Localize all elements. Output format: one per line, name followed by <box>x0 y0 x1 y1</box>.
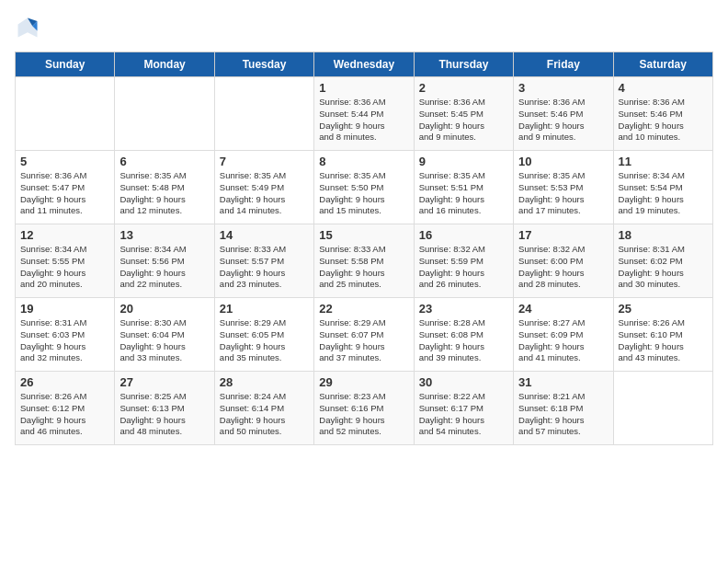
calendar-cell: 9Sunrise: 8:35 AM Sunset: 5:51 PM Daylig… <box>414 151 513 224</box>
calendar-table: SundayMondayTuesdayWednesdayThursdayFrid… <box>15 52 713 445</box>
cell-info: Sunrise: 8:26 AM Sunset: 6:10 PM Dayligh… <box>619 317 708 364</box>
cell-info: Sunrise: 8:36 AM Sunset: 5:46 PM Dayligh… <box>518 97 608 144</box>
calendar-cell <box>214 77 313 151</box>
calendar-cell: 19Sunrise: 8:31 AM Sunset: 6:03 PM Dayli… <box>16 298 115 372</box>
calendar-cell: 7Sunrise: 8:35 AM Sunset: 5:49 PM Daylig… <box>214 151 313 224</box>
day-number: 3 <box>518 81 608 95</box>
day-number: 8 <box>319 155 408 168</box>
cell-info: Sunrise: 8:36 AM Sunset: 5:44 PM Dayligh… <box>319 97 408 144</box>
calendar-cell: 17Sunrise: 8:32 AM Sunset: 6:00 PM Dayli… <box>514 224 613 298</box>
calendar-cell: 22Sunrise: 8:29 AM Sunset: 6:07 PM Dayli… <box>314 298 414 372</box>
cell-info: Sunrise: 8:32 AM Sunset: 6:00 PM Dayligh… <box>518 244 608 291</box>
day-number: 2 <box>419 81 508 95</box>
calendar-cell: 29Sunrise: 8:23 AM Sunset: 6:16 PM Dayli… <box>314 372 414 445</box>
logo-icon <box>15 15 40 40</box>
day-number: 12 <box>20 228 109 242</box>
day-number: 17 <box>518 228 608 242</box>
calendar-cell: 30Sunrise: 8:22 AM Sunset: 6:17 PM Dayli… <box>414 372 513 445</box>
cell-info: Sunrise: 8:34 AM Sunset: 5:55 PM Dayligh… <box>20 244 109 291</box>
day-number: 13 <box>119 228 209 242</box>
day-number: 9 <box>419 155 508 168</box>
calendar-cell: 25Sunrise: 8:26 AM Sunset: 6:10 PM Dayli… <box>613 298 712 372</box>
calendar-cell: 23Sunrise: 8:28 AM Sunset: 6:08 PM Dayli… <box>414 298 513 372</box>
cell-info: Sunrise: 8:27 AM Sunset: 6:09 PM Dayligh… <box>518 317 608 364</box>
day-number: 1 <box>319 81 408 95</box>
cell-info: Sunrise: 8:30 AM Sunset: 6:04 PM Dayligh… <box>119 317 209 364</box>
cell-info: Sunrise: 8:26 AM Sunset: 6:12 PM Dayligh… <box>20 391 109 438</box>
weekday-header-tuesday: Tuesday <box>214 52 313 77</box>
cell-info: Sunrise: 8:36 AM Sunset: 5:45 PM Dayligh… <box>419 97 508 144</box>
day-number: 24 <box>518 302 608 316</box>
day-number: 4 <box>619 81 708 95</box>
cell-info: Sunrise: 8:36 AM Sunset: 5:46 PM Dayligh… <box>619 97 708 144</box>
day-number: 15 <box>319 228 408 242</box>
day-number: 11 <box>619 155 708 168</box>
calendar-cell <box>613 372 712 445</box>
day-number: 22 <box>319 302 408 316</box>
day-number: 26 <box>20 375 109 389</box>
calendar-cell: 3Sunrise: 8:36 AM Sunset: 5:46 PM Daylig… <box>514 77 613 151</box>
day-number: 20 <box>119 302 209 316</box>
calendar-cell: 28Sunrise: 8:24 AM Sunset: 6:14 PM Dayli… <box>214 372 313 445</box>
cell-info: Sunrise: 8:36 AM Sunset: 5:47 PM Dayligh… <box>20 170 109 217</box>
calendar-cell <box>115 77 214 151</box>
calendar-cell: 1Sunrise: 8:36 AM Sunset: 5:44 PM Daylig… <box>314 77 414 151</box>
day-number: 30 <box>419 375 508 389</box>
day-number: 25 <box>619 302 708 316</box>
calendar-cell: 27Sunrise: 8:25 AM Sunset: 6:13 PM Dayli… <box>115 372 214 445</box>
calendar-cell: 2Sunrise: 8:36 AM Sunset: 5:45 PM Daylig… <box>414 77 513 151</box>
cell-info: Sunrise: 8:31 AM Sunset: 6:03 PM Dayligh… <box>20 317 109 364</box>
calendar-cell: 20Sunrise: 8:30 AM Sunset: 6:04 PM Dayli… <box>115 298 214 372</box>
weekday-header-sunday: Sunday <box>16 52 115 77</box>
day-number: 31 <box>518 375 608 389</box>
calendar-cell: 15Sunrise: 8:33 AM Sunset: 5:58 PM Dayli… <box>314 224 414 298</box>
cell-info: Sunrise: 8:32 AM Sunset: 5:59 PM Dayligh… <box>419 244 508 291</box>
calendar-cell: 8Sunrise: 8:35 AM Sunset: 5:50 PM Daylig… <box>314 151 414 224</box>
day-number: 29 <box>319 375 408 389</box>
weekday-header-saturday: Saturday <box>613 52 712 77</box>
cell-info: Sunrise: 8:31 AM Sunset: 6:02 PM Dayligh… <box>619 244 708 291</box>
calendar-cell <box>16 77 115 151</box>
weekday-header-monday: Monday <box>115 52 214 77</box>
cell-info: Sunrise: 8:33 AM Sunset: 5:57 PM Dayligh… <box>220 244 309 291</box>
day-number: 18 <box>619 228 708 242</box>
cell-info: Sunrise: 8:25 AM Sunset: 6:13 PM Dayligh… <box>119 391 209 438</box>
cell-info: Sunrise: 8:33 AM Sunset: 5:58 PM Dayligh… <box>319 244 408 291</box>
calendar-cell: 26Sunrise: 8:26 AM Sunset: 6:12 PM Dayli… <box>16 372 115 445</box>
cell-info: Sunrise: 8:34 AM Sunset: 5:56 PM Dayligh… <box>119 244 209 291</box>
calendar-cell: 10Sunrise: 8:35 AM Sunset: 5:53 PM Dayli… <box>514 151 613 224</box>
cell-info: Sunrise: 8:29 AM Sunset: 6:07 PM Dayligh… <box>319 317 408 364</box>
day-number: 28 <box>220 375 309 389</box>
calendar-cell: 31Sunrise: 8:21 AM Sunset: 6:18 PM Dayli… <box>514 372 613 445</box>
calendar-cell: 21Sunrise: 8:29 AM Sunset: 6:05 PM Dayli… <box>214 298 313 372</box>
calendar-cell: 13Sunrise: 8:34 AM Sunset: 5:56 PM Dayli… <box>115 224 214 298</box>
cell-info: Sunrise: 8:28 AM Sunset: 6:08 PM Dayligh… <box>419 317 508 364</box>
cell-info: Sunrise: 8:34 AM Sunset: 5:54 PM Dayligh… <box>619 170 708 217</box>
weekday-header-wednesday: Wednesday <box>314 52 414 77</box>
weekday-header-thursday: Thursday <box>414 52 513 77</box>
day-number: 27 <box>119 375 209 389</box>
cell-info: Sunrise: 8:35 AM Sunset: 5:53 PM Dayligh… <box>518 170 608 217</box>
logo <box>15 15 44 40</box>
cell-info: Sunrise: 8:21 AM Sunset: 6:18 PM Dayligh… <box>518 391 608 438</box>
day-number: 23 <box>419 302 508 316</box>
day-number: 14 <box>220 228 309 242</box>
day-number: 21 <box>220 302 309 316</box>
calendar-cell: 14Sunrise: 8:33 AM Sunset: 5:57 PM Dayli… <box>214 224 313 298</box>
calendar-cell: 4Sunrise: 8:36 AM Sunset: 5:46 PM Daylig… <box>613 77 712 151</box>
weekday-header-friday: Friday <box>514 52 613 77</box>
cell-info: Sunrise: 8:22 AM Sunset: 6:17 PM Dayligh… <box>419 391 508 438</box>
calendar-cell: 24Sunrise: 8:27 AM Sunset: 6:09 PM Dayli… <box>514 298 613 372</box>
page-header <box>15 15 713 40</box>
cell-info: Sunrise: 8:23 AM Sunset: 6:16 PM Dayligh… <box>319 391 408 438</box>
day-number: 5 <box>20 155 109 168</box>
day-number: 7 <box>220 155 309 168</box>
calendar-cell: 6Sunrise: 8:35 AM Sunset: 5:48 PM Daylig… <box>115 151 214 224</box>
cell-info: Sunrise: 8:35 AM Sunset: 5:49 PM Dayligh… <box>220 170 309 217</box>
cell-info: Sunrise: 8:24 AM Sunset: 6:14 PM Dayligh… <box>220 391 309 438</box>
cell-info: Sunrise: 8:29 AM Sunset: 6:05 PM Dayligh… <box>220 317 309 364</box>
calendar-cell: 12Sunrise: 8:34 AM Sunset: 5:55 PM Dayli… <box>16 224 115 298</box>
day-number: 19 <box>20 302 109 316</box>
cell-info: Sunrise: 8:35 AM Sunset: 5:51 PM Dayligh… <box>419 170 508 217</box>
day-number: 10 <box>518 155 608 168</box>
